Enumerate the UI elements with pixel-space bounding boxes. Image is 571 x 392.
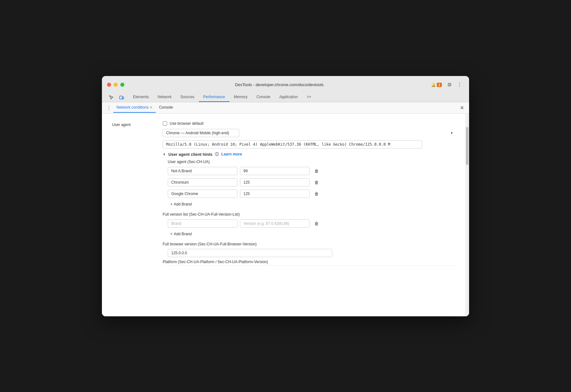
tab-network[interactable]: Network — [153, 92, 176, 102]
issues-icon: 🔔 — [431, 83, 436, 87]
full-version-version-input[interactable] — [240, 219, 310, 228]
use-browser-default-label: Use browser default — [170, 121, 204, 126]
client-hints-header: ▼ User agent client hints ⓘ Learn more — [163, 152, 455, 157]
select-arrow-icon: ▾ — [451, 131, 453, 135]
info-icon: ⓘ — [215, 152, 219, 157]
add-brand-2-label: Add Brand — [174, 232, 192, 236]
full-version-brand-input[interactable] — [168, 219, 237, 228]
maximize-button[interactable] — [120, 83, 124, 87]
title-bar: DevTools - developer.chrome.com/docs/dev… — [102, 76, 469, 102]
user-agent-controls: Use browser default Chrome — Android Mob… — [163, 121, 455, 266]
user-agent-label: User agent — [112, 121, 163, 127]
drawer-menu-button[interactable]: ⋮ — [104, 102, 113, 113]
scrollbar[interactable] — [465, 114, 469, 316]
toolbar-icons — [107, 93, 126, 102]
cursor-icon[interactable] — [107, 93, 116, 102]
tab-memory[interactable]: Memory — [229, 92, 252, 102]
add-brand-plus-icon: + — [170, 202, 173, 206]
collapse-triangle-icon[interactable]: ▼ — [163, 153, 166, 156]
user-agent-row: User agent Use browser default Chrome — … — [112, 121, 455, 266]
version-input-0[interactable] — [240, 167, 310, 175]
brand-row-1: 🗑 — [168, 178, 455, 187]
settings-icon: ⚙ — [447, 82, 452, 88]
version-input-2[interactable] — [240, 190, 310, 198]
tab-performance[interactable]: Performance — [199, 92, 229, 102]
brand-row-0: 🗑 — [168, 167, 455, 175]
delete-brand-1-button[interactable]: 🗑 — [312, 178, 321, 187]
minimize-button[interactable] — [114, 83, 118, 87]
brand-input-1[interactable] — [168, 178, 237, 187]
settings-button[interactable]: ⚙ — [445, 80, 454, 89]
add-brand-label: Add Brand — [174, 202, 192, 206]
learn-more-link[interactable]: Learn more — [221, 152, 242, 156]
tab-sources[interactable]: Sources — [176, 92, 199, 102]
window-controls — [107, 83, 124, 87]
use-browser-default-checkbox[interactable] — [163, 121, 167, 126]
platform-label: Platform (Sec-CH-UA-Platform / Sec-CH-UA… — [163, 260, 455, 266]
add-brand-2-plus-icon: + — [170, 232, 173, 236]
brand-input-0[interactable] — [168, 167, 237, 175]
devtools-window: DevTools - developer.chrome.com/docs/dev… — [102, 76, 469, 316]
issues-badge: 1 — [437, 83, 442, 87]
drawer-close-button[interactable]: ✕ — [457, 103, 467, 113]
sec-ch-ua-label: User agent (Sec-CH-UA) — [168, 160, 455, 164]
full-version-brand-row: 🗑 — [168, 219, 455, 228]
brand-row-2: 🗑 — [168, 189, 455, 198]
client-hints-title: User agent client hints — [168, 152, 212, 157]
svg-rect-0 — [120, 96, 122, 99]
scrollbar-thumb[interactable] — [466, 127, 468, 165]
delete-brand-0-button[interactable]: 🗑 — [312, 167, 321, 175]
sub-toolbar: ⋮ Network conditions ✕ Console ✕ — [102, 102, 469, 114]
full-version-section: Full version list (Sec-CH-UA-Full-Versio… — [163, 212, 455, 266]
sub-tab-network-conditions-label: Network conditions — [116, 105, 148, 110]
close-button[interactable] — [107, 83, 111, 87]
add-brand-button-2[interactable]: + Add Brand — [168, 231, 455, 237]
close-network-conditions-tab[interactable]: ✕ — [150, 105, 153, 110]
sub-tab-console[interactable]: Console — [156, 103, 176, 113]
svg-rect-1 — [122, 97, 124, 99]
full-browser-version-row — [168, 249, 455, 257]
tab-console[interactable]: Console — [252, 92, 275, 102]
brand-input-2[interactable] — [168, 190, 237, 198]
full-version-list-label: Full version list (Sec-CH-UA-Full-Versio… — [163, 212, 455, 217]
toolbar-right: 🔔 1 ⚙ ⋮ — [429, 80, 464, 89]
client-hints-section: ▼ User agent client hints ⓘ Learn more U… — [163, 152, 455, 266]
full-browser-version-input[interactable] — [168, 249, 332, 257]
device-icon[interactable] — [117, 93, 126, 102]
more-options-button[interactable]: ⋮ — [455, 80, 464, 89]
window-title: DevTools - developer.chrome.com/docs/dev… — [129, 82, 429, 87]
sub-tab-network-conditions[interactable]: Network conditions ✕ — [113, 103, 156, 113]
tab-application[interactable]: Application — [275, 92, 302, 102]
tab-elements[interactable]: Elements — [129, 92, 153, 102]
tab-more[interactable]: >> — [302, 92, 316, 102]
more-icon: ⋮ — [457, 82, 462, 88]
delete-brand-2-button[interactable]: 🗑 — [312, 189, 321, 198]
issues-button[interactable]: 🔔 1 — [429, 81, 444, 88]
content-area: User agent Use browser default Chrome — … — [102, 114, 469, 316]
ua-select-wrapper: Chrome — Android Mobile (high-end) ▾ — [163, 129, 455, 137]
sub-tab-console-label: Console — [159, 105, 173, 110]
sub-tabs: Network conditions ✕ Console — [113, 103, 457, 113]
version-input-1[interactable] — [240, 178, 310, 187]
full-browser-version-label: Full browser version (Sec-CH-UA-Full-Bro… — [163, 242, 455, 246]
main-content: User agent Use browser default Chrome — … — [102, 114, 465, 316]
ua-string-input[interactable] — [163, 140, 422, 149]
ua-preset-select[interactable]: Chrome — Android Mobile (high-end) — [163, 129, 239, 137]
use-browser-default-row: Use browser default — [163, 121, 455, 126]
add-brand-button[interactable]: + Add Brand — [168, 201, 455, 208]
main-nav-tabs: Elements Network Sources Performance Mem… — [107, 92, 464, 102]
delete-full-version-brand-button[interactable]: 🗑 — [312, 219, 321, 228]
